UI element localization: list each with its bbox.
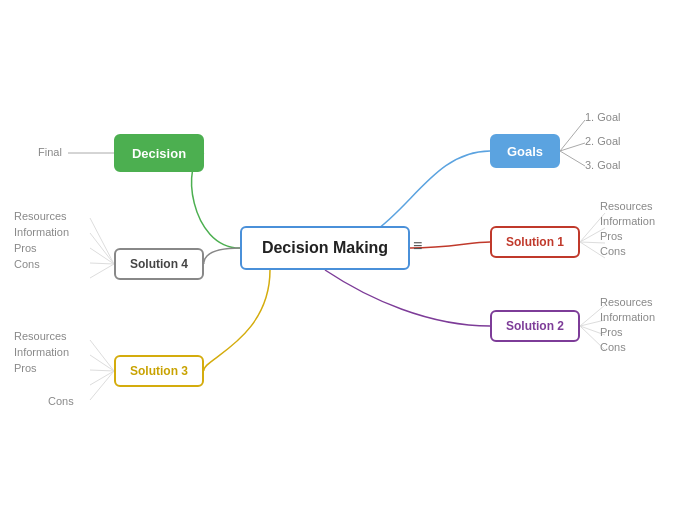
svg-line-15	[90, 264, 114, 278]
solution3-node[interactable]: Solution 3	[114, 355, 204, 387]
s1-pros: Pros	[600, 230, 623, 242]
svg-line-16	[90, 340, 114, 371]
solution1-label: Solution 1	[506, 235, 564, 249]
goal-item-2: 2. Goal	[585, 135, 620, 147]
goal-item-1: 1. Goal	[585, 111, 620, 123]
s2-information: Information	[600, 311, 655, 323]
s1-information: Information	[600, 215, 655, 227]
s4-resources: Resources	[14, 210, 67, 222]
s1-cons: Cons	[600, 245, 626, 257]
solution4-node[interactable]: Solution 4	[114, 248, 204, 280]
goals-label: Goals	[507, 144, 543, 159]
svg-line-5	[580, 242, 605, 243]
svg-line-12	[90, 233, 114, 264]
svg-line-13	[90, 248, 114, 264]
solution1-node[interactable]: Solution 1	[490, 226, 580, 258]
decision-label: Decision	[132, 146, 186, 161]
svg-line-14	[90, 263, 114, 264]
solution2-node[interactable]: Solution 2	[490, 310, 580, 342]
s3-information: Information	[14, 346, 69, 358]
s3-pros: Pros	[14, 362, 37, 374]
s2-resources: Resources	[600, 296, 653, 308]
decision-final: Final	[38, 146, 62, 158]
solution3-label: Solution 3	[130, 364, 188, 378]
s4-information: Information	[14, 226, 69, 238]
s2-cons: Cons	[600, 341, 626, 353]
solution4-label: Solution 4	[130, 257, 188, 271]
goal-item-3: 3. Goal	[585, 159, 620, 171]
svg-line-17	[90, 355, 114, 371]
svg-line-20	[90, 371, 114, 400]
svg-line-1	[560, 143, 585, 151]
s3-resources: Resources	[14, 330, 67, 342]
menu-icon[interactable]: ≡	[413, 237, 422, 255]
decision-node[interactable]: Decision	[114, 134, 204, 172]
s4-pros: Pros	[14, 242, 37, 254]
solution2-label: Solution 2	[506, 319, 564, 333]
svg-line-18	[90, 370, 114, 371]
s1-resources: Resources	[600, 200, 653, 212]
svg-line-19	[90, 371, 114, 385]
s3-cons: Cons	[48, 395, 74, 407]
svg-line-0	[560, 120, 585, 151]
s2-pros: Pros	[600, 326, 623, 338]
s4-cons: Cons	[14, 258, 40, 270]
svg-line-2	[560, 151, 585, 166]
svg-line-11	[90, 218, 114, 264]
goals-node[interactable]: Goals	[490, 134, 560, 168]
center-label: Decision Making	[262, 239, 388, 257]
center-node: Decision Making	[240, 226, 410, 270]
